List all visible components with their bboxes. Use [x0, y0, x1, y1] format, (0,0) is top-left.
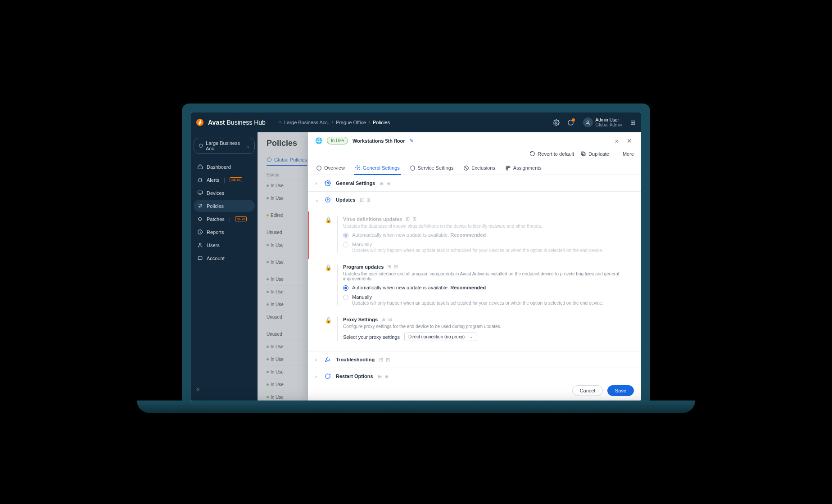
os-icon: ⊞: [384, 374, 389, 379]
section-restart-options[interactable]: › Restart Options ⊞⊞: [308, 368, 641, 381]
tab-label: Assignments: [513, 165, 542, 171]
chevron-down-icon: ⌄: [315, 197, 320, 203]
status-dot-icon: [267, 383, 269, 386]
download-icon: [324, 196, 331, 203]
breadcrumb-policies[interactable]: Policies: [373, 120, 390, 125]
lock-icon[interactable]: 🔒: [325, 217, 332, 253]
status-cell: In Use: [267, 344, 291, 349]
setting-description: Updates the database of known virus defi…: [343, 224, 634, 229]
lock-icon[interactable]: 🔓: [325, 265, 332, 306]
wrench-icon: [324, 356, 331, 363]
setting-description: Configure proxy settings for the end dev…: [343, 324, 634, 329]
sidebar-item-alerts[interactable]: Alerts | BETA: [194, 174, 255, 186]
status-cell: In Use: [267, 357, 291, 362]
sidebar-item-devices[interactable]: Devices: [194, 187, 255, 199]
status-dot-icon: [267, 358, 269, 360]
subtab-global-policies[interactable]: Global Policies: [267, 154, 307, 166]
setting-virus-definitions: 🔒 Virus definitions updates ⊞⊞ Updates t…: [308, 212, 641, 259]
radio-icon: [343, 285, 348, 291]
sidebar-item-users[interactable]: Users: [194, 239, 255, 251]
account-name: Large Business Acc.: [206, 140, 244, 151]
status-cell: In Use: [267, 277, 291, 282]
tab-exclusions[interactable]: Exclusions: [462, 161, 496, 175]
chevron-down-icon: ⌄: [246, 144, 250, 148]
svg-point-5: [199, 207, 200, 207]
radio-manual[interactable]: Manually Updates will only happen when a…: [343, 294, 634, 306]
os-icon: ⊞: [360, 197, 364, 203]
settings-icon[interactable]: [552, 117, 561, 127]
status-cell: In Use: [267, 183, 291, 188]
sidebar-item-label: Devices: [207, 190, 224, 196]
os-icon: ⊞: [379, 357, 383, 363]
user-menu[interactable]: Admin User Global Admin: [583, 117, 622, 127]
policy-detail-panel: 🌐 In Use Workstations 5th floor ✎ » ✕ Re…: [308, 132, 641, 400]
save-button[interactable]: Save: [607, 385, 634, 396]
revert-to-default-button[interactable]: Revert to default: [529, 151, 574, 157]
tab-overview[interactable]: Overview: [315, 161, 346, 175]
os-icon: ⊞: [381, 316, 385, 322]
expand-icon[interactable]: »: [613, 137, 620, 144]
svg-rect-3: [198, 191, 203, 194]
svg-point-4: [201, 204, 202, 205]
patch-icon: [197, 216, 203, 222]
section-title: General Settings: [336, 180, 375, 186]
edit-icon[interactable]: ✎: [409, 138, 413, 144]
setting-program-updates: 🔓 Program updates ⊞⊞ Updates the user in…: [308, 259, 641, 312]
account-selector[interactable]: Large Business Acc. ⌄: [194, 138, 255, 154]
tab-label: Overview: [324, 165, 345, 171]
status-dot-icon: [267, 261, 269, 263]
clock-icon: [197, 229, 203, 235]
radio-auto[interactable]: Automatically when new update is availab…: [343, 285, 634, 291]
sliders-icon: [197, 203, 203, 209]
id-icon: [197, 255, 203, 261]
status-dot-icon: [267, 303, 269, 306]
section-general-settings[interactable]: › General Settings ⊞⊞: [308, 175, 641, 192]
sidebar-item-policies[interactable]: Policies: [194, 200, 255, 212]
os-icon: ⊞: [387, 264, 391, 270]
sidebar-item-label: Reports: [207, 230, 224, 235]
sidebar-item-dashboard[interactable]: Dashboard: [194, 161, 255, 173]
radio-manual: Manually Updates will only happen when a…: [343, 242, 634, 253]
tab-assignments[interactable]: Assignments: [504, 161, 543, 175]
section-updates[interactable]: ⌄ Updates ⊞⊞: [308, 192, 641, 208]
panel-title: Workstations 5th floor: [353, 138, 405, 144]
chevron-right-icon: ›: [315, 374, 320, 379]
close-icon[interactable]: ✕: [625, 137, 634, 144]
app-switcher-icon[interactable]: ⊞: [630, 119, 636, 126]
action-label: Duplicate: [588, 151, 609, 157]
svg-rect-6: [198, 217, 202, 221]
sidebar-collapse-button[interactable]: «: [194, 383, 255, 395]
brand-text: Avast Business Hub: [208, 119, 266, 126]
proxy-select[interactable]: Direct connection (no proxy): [404, 333, 476, 341]
status-cell: Unused: [267, 315, 291, 320]
col-header-status: Status: [267, 172, 291, 177]
user-role: Global Admin: [596, 122, 622, 127]
os-icon: ⊞: [412, 216, 416, 222]
setting-proxy: 🔓 Proxy Settings ⊞⊞ Configure proxy sett…: [308, 312, 641, 347]
section-troubleshooting[interactable]: › Troubleshooting ⊞⊞: [308, 351, 641, 368]
tab-service-settings[interactable]: Service Settings: [409, 161, 454, 175]
topbar: Avast Business Hub ⌂ Large Business Acc.…: [191, 112, 641, 132]
refresh-icon: [324, 373, 331, 380]
sidebar-item-label: Users: [207, 243, 220, 248]
breadcrumb-office[interactable]: Prague Office: [336, 120, 366, 125]
sidebar-item-patches[interactable]: Patches | NEW: [194, 213, 255, 225]
status-dot-icon: [267, 278, 269, 280]
sidebar-item-label: Dashboard: [207, 164, 231, 170]
cancel-button[interactable]: Cancel: [572, 385, 603, 396]
lock-icon[interactable]: 🔓: [325, 317, 332, 341]
breadcrumb-account[interactable]: Large Business Acc.: [284, 120, 329, 125]
sidebar-item-reports[interactable]: Reports: [194, 226, 255, 238]
status-dot-icon: [267, 197, 269, 199]
sidebar: Large Business Acc. ⌄ Dashboard Alerts |…: [191, 132, 258, 400]
svg-rect-19: [506, 168, 507, 170]
tab-general-settings[interactable]: General Settings: [354, 161, 401, 175]
duplicate-button[interactable]: Duplicate: [580, 151, 609, 157]
monitor-icon: [197, 190, 203, 196]
svg-rect-17: [506, 166, 507, 167]
setting-title: Virus definitions updates: [343, 216, 402, 222]
more-button[interactable]: ⋮ More: [615, 151, 634, 157]
notification-icon[interactable]: [566, 117, 576, 127]
sidebar-item-account[interactable]: Account: [194, 252, 255, 264]
radio-icon: [343, 295, 348, 300]
